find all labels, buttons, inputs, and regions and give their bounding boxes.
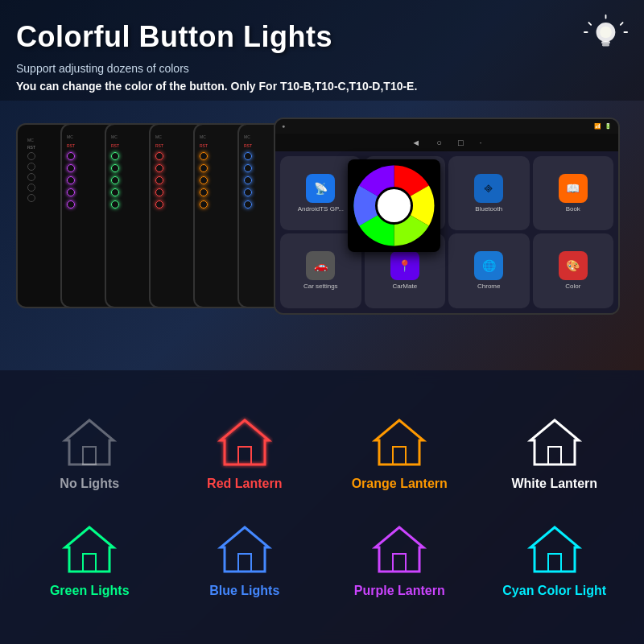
svg-rect-22: [238, 554, 251, 572]
carsettings-icon: 🚗: [306, 251, 335, 280]
no-lights-label: No Lights: [60, 477, 119, 491]
svg-marker-13: [221, 420, 269, 464]
svg-marker-25: [530, 527, 579, 572]
color-icon: 🎨: [559, 251, 588, 280]
bulb-icon: [584, 14, 628, 59]
red-lantern-label: Red Lantern: [207, 477, 282, 491]
white-lantern-house-icon: [526, 416, 583, 469]
device-section: MC RST MC RST: [0, 101, 644, 330]
app-item-chrome[interactable]: 🌐 Chrome: [448, 233, 530, 308]
svg-rect-12: [83, 447, 96, 464]
white-lantern-label: White Lantern: [511, 477, 597, 491]
light-item-cyan: Cyan Color Light: [481, 511, 629, 610]
androidts-icon: 📡: [306, 174, 335, 203]
light-item-purple: Purple Lantern: [326, 511, 473, 610]
svg-marker-15: [375, 420, 423, 464]
app-item-bluetooth[interactable]: ⎆ Bluetooth: [448, 156, 530, 231]
svg-marker-11: [65, 420, 114, 464]
status-bar: ● 📶 🔋: [275, 119, 618, 134]
home-nav-icon[interactable]: ○: [436, 138, 442, 147]
orange-lantern-label: Orange Lantern: [352, 477, 448, 491]
header-section: Colorful Button Lights Support adjusting…: [0, 0, 644, 101]
svg-marker-23: [375, 527, 423, 572]
device-stack: MC RST MC RST: [8, 111, 636, 320]
svg-rect-26: [548, 554, 561, 572]
svg-rect-18: [548, 447, 561, 464]
purple-lantern-house-icon: [371, 523, 427, 576]
book-icon: 📖: [559, 174, 588, 203]
green-lights-house-icon: [61, 523, 118, 576]
light-item-blue: Blue Lights: [171, 511, 319, 610]
svg-rect-14: [238, 447, 251, 464]
subtitle-text: Support adjusting dozens of colors: [16, 62, 628, 75]
blue-lights-label: Blue Lights: [209, 584, 279, 598]
red-lantern-house-icon: [217, 416, 273, 469]
back-nav-icon[interactable]: ◄: [411, 138, 420, 147]
androidts-label: AndroidTS GP...: [298, 205, 344, 213]
green-lights-label: Green Lights: [50, 584, 130, 598]
svg-rect-16: [393, 447, 406, 464]
carsettings-label: Car settings: [303, 283, 338, 290]
svg-marker-21: [221, 527, 269, 572]
page-title: Colorful Button Lights: [16, 20, 332, 54]
main-device: ● 📶 🔋 ◄ ○ □ · 📡 AndroidTS GP...: [274, 118, 620, 315]
book-label: Book: [566, 205, 580, 213]
app-item-color[interactable]: 🎨 Color: [533, 233, 614, 308]
cyan-light-label: Cyan Color Light: [502, 584, 606, 598]
light-item-white: White Lantern: [481, 404, 629, 503]
title-row: Colorful Button Lights: [16, 14, 628, 59]
lights-section: No Lights Red Lantern: [0, 370, 644, 644]
light-item-no-lights: No Lights: [16, 404, 163, 503]
color-wheel-overlay: [348, 159, 440, 252]
purple-lantern-label: Purple Lantern: [354, 584, 445, 598]
svg-rect-1: [601, 41, 610, 44]
chrome-label: Chrome: [477, 283, 500, 290]
blue-lights-house-icon: [217, 523, 273, 576]
svg-marker-19: [65, 527, 114, 572]
chrome-icon: 🌐: [474, 251, 503, 280]
svg-marker-17: [530, 420, 579, 464]
dots-nav-icon: ·: [480, 138, 482, 147]
note-text: You can change the color of the button. …: [16, 80, 628, 93]
screen-content: ● 📶 🔋 ◄ ○ □ · 📡 AndroidTS GP...: [275, 119, 618, 313]
color-label: Color: [565, 283, 580, 290]
light-item-orange: Orange Lantern: [326, 404, 473, 503]
light-item-red: Red Lantern: [171, 404, 319, 503]
carmate-label: CarMate: [392, 283, 417, 290]
svg-line-5: [621, 23, 623, 25]
app-item-book[interactable]: 📖 Book: [533, 156, 614, 231]
nav-bar: ◄ ○ □ ·: [275, 134, 618, 151]
carmate-icon: 📍: [390, 251, 419, 280]
no-lights-house-icon: [61, 416, 118, 469]
lights-grid: No Lights Red Lantern: [16, 404, 628, 610]
cyan-light-house-icon: [526, 523, 583, 576]
bluetooth-label: Bluetooth: [475, 205, 502, 213]
svg-rect-2: [602, 44, 609, 47]
svg-rect-20: [83, 554, 96, 572]
bluetooth-icon: ⎆: [474, 174, 503, 203]
svg-line-4: [588, 23, 591, 25]
svg-rect-24: [393, 554, 406, 572]
svg-point-8: [600, 27, 612, 39]
color-wheel-svg: [348, 159, 440, 252]
light-item-green: Green Lights: [16, 511, 163, 610]
app-grid: 📡 AndroidTS GP... 🤖 APK Installer ⎆ Blue…: [275, 151, 618, 313]
orange-lantern-house-icon: [371, 416, 427, 469]
recents-nav-icon[interactable]: □: [458, 138, 464, 147]
